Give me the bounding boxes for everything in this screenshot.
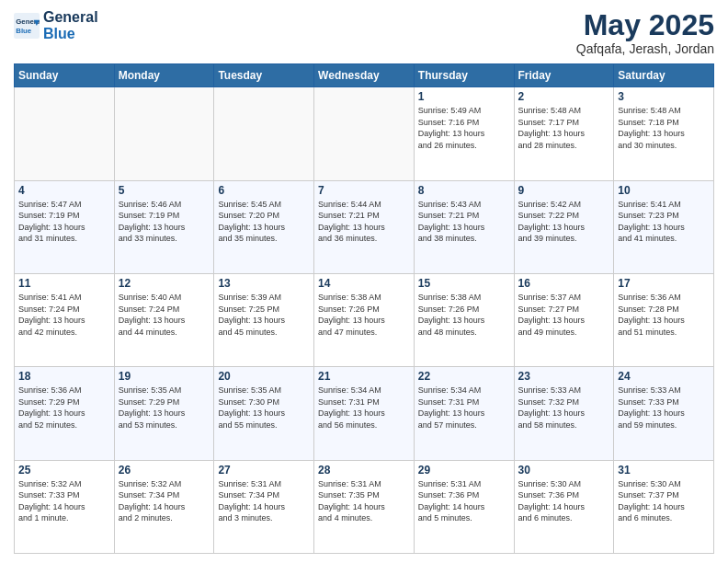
day-number-14: 14 [318,277,410,290]
day-number-29: 29 [418,464,510,477]
day-info-8: Sunrise: 5:43 AM Sunset: 7:21 PM Dayligh… [418,199,510,245]
day-info-25: Sunrise: 5:32 AM Sunset: 7:33 PM Dayligh… [18,478,110,524]
col-monday: Monday [114,64,214,87]
day-info-1: Sunrise: 5:49 AM Sunset: 7:16 PM Dayligh… [418,105,510,151]
day-number-18: 18 [18,370,110,383]
day-number-2: 2 [518,90,610,103]
col-saturday: Saturday [614,64,714,87]
day-number-16: 16 [518,277,610,290]
day-number-23: 23 [518,370,610,383]
logo: General Blue General Blue [14,9,98,41]
calendar-week-2: 4Sunrise: 5:47 AM Sunset: 7:19 PM Daylig… [15,180,714,273]
calendar-cell-w1-d2 [114,87,214,180]
calendar-cell-w5-d5: 29Sunrise: 5:31 AM Sunset: 7:36 PM Dayli… [414,460,514,553]
col-friday: Friday [514,64,614,87]
day-number-3: 3 [618,90,710,103]
calendar-cell-w1-d6: 2Sunrise: 5:48 AM Sunset: 7:17 PM Daylig… [514,87,614,180]
day-number-13: 13 [218,277,310,290]
day-info-15: Sunrise: 5:38 AM Sunset: 7:26 PM Dayligh… [418,292,510,338]
calendar-week-4: 18Sunrise: 5:36 AM Sunset: 7:29 PM Dayli… [15,367,714,460]
calendar-cell-w5-d4: 28Sunrise: 5:31 AM Sunset: 7:35 PM Dayli… [314,460,415,553]
svg-text:Blue: Blue [16,26,32,34]
calendar-cell-w2-d7: 10Sunrise: 5:41 AM Sunset: 7:23 PM Dayli… [614,180,714,273]
day-info-13: Sunrise: 5:39 AM Sunset: 7:25 PM Dayligh… [218,292,310,338]
day-info-19: Sunrise: 5:35 AM Sunset: 7:29 PM Dayligh… [119,385,210,431]
col-wednesday: Wednesday [314,64,415,87]
calendar-cell-w3-d1: 11Sunrise: 5:41 AM Sunset: 7:24 PM Dayli… [15,273,115,366]
day-info-18: Sunrise: 5:36 AM Sunset: 7:29 PM Dayligh… [18,385,110,431]
day-info-24: Sunrise: 5:33 AM Sunset: 7:33 PM Dayligh… [618,385,710,431]
day-number-12: 12 [119,277,210,290]
day-info-7: Sunrise: 5:44 AM Sunset: 7:21 PM Dayligh… [318,199,410,245]
calendar-week-5: 25Sunrise: 5:32 AM Sunset: 7:33 PM Dayli… [15,460,714,553]
calendar-cell-w5-d3: 27Sunrise: 5:31 AM Sunset: 7:34 PM Dayli… [214,460,314,553]
day-info-20: Sunrise: 5:35 AM Sunset: 7:30 PM Dayligh… [218,385,310,431]
calendar-cell-w2-d6: 9Sunrise: 5:42 AM Sunset: 7:22 PM Daylig… [514,180,614,273]
calendar-cell-w1-d3 [214,87,314,180]
day-number-27: 27 [218,464,310,477]
day-info-3: Sunrise: 5:48 AM Sunset: 7:18 PM Dayligh… [618,105,710,151]
day-number-6: 6 [218,184,310,197]
calendar-cell-w3-d2: 12Sunrise: 5:40 AM Sunset: 7:24 PM Dayli… [114,273,214,366]
day-number-15: 15 [418,277,510,290]
day-number-25: 25 [18,464,110,477]
header: General Blue General Blue May 2025 Qafqa… [14,9,714,56]
day-number-8: 8 [418,184,510,197]
day-number-11: 11 [18,277,110,290]
day-info-22: Sunrise: 5:34 AM Sunset: 7:31 PM Dayligh… [418,385,510,431]
calendar-cell-w5-d1: 25Sunrise: 5:32 AM Sunset: 7:33 PM Dayli… [15,460,115,553]
day-info-23: Sunrise: 5:33 AM Sunset: 7:32 PM Dayligh… [518,385,610,431]
col-tuesday: Tuesday [214,64,314,87]
day-info-6: Sunrise: 5:45 AM Sunset: 7:20 PM Dayligh… [218,199,310,245]
calendar-table: Sunday Monday Tuesday Wednesday Thursday… [14,63,714,554]
calendar-cell-w4-d4: 21Sunrise: 5:34 AM Sunset: 7:31 PM Dayli… [314,367,415,460]
day-info-9: Sunrise: 5:42 AM Sunset: 7:22 PM Dayligh… [518,199,610,245]
day-info-21: Sunrise: 5:34 AM Sunset: 7:31 PM Dayligh… [318,385,410,431]
calendar-cell-w1-d1 [15,87,115,180]
calendar-week-3: 11Sunrise: 5:41 AM Sunset: 7:24 PM Dayli… [15,273,714,366]
day-number-30: 30 [518,464,610,477]
day-number-4: 4 [18,184,110,197]
day-info-31: Sunrise: 5:30 AM Sunset: 7:37 PM Dayligh… [618,478,710,524]
calendar-cell-w1-d5: 1Sunrise: 5:49 AM Sunset: 7:16 PM Daylig… [414,87,514,180]
title-block: May 2025 Qafqafa, Jerash, Jordan [576,9,714,56]
calendar-cell-w2-d2: 5Sunrise: 5:46 AM Sunset: 7:19 PM Daylig… [114,180,214,273]
month-title: May 2025 [576,9,714,41]
calendar-cell-w5-d2: 26Sunrise: 5:32 AM Sunset: 7:34 PM Dayli… [114,460,214,553]
day-number-26: 26 [119,464,210,477]
calendar-cell-w2-d4: 7Sunrise: 5:44 AM Sunset: 7:21 PM Daylig… [314,180,415,273]
calendar-cell-w4-d5: 22Sunrise: 5:34 AM Sunset: 7:31 PM Dayli… [414,367,514,460]
day-info-16: Sunrise: 5:37 AM Sunset: 7:27 PM Dayligh… [518,292,610,338]
col-thursday: Thursday [414,64,514,87]
calendar-cell-w2-d5: 8Sunrise: 5:43 AM Sunset: 7:21 PM Daylig… [414,180,514,273]
calendar-cell-w4-d3: 20Sunrise: 5:35 AM Sunset: 7:30 PM Dayli… [214,367,314,460]
day-number-24: 24 [618,370,710,383]
calendar-cell-w1-d4 [314,87,415,180]
calendar-cell-w3-d3: 13Sunrise: 5:39 AM Sunset: 7:25 PM Dayli… [214,273,314,366]
day-info-12: Sunrise: 5:40 AM Sunset: 7:24 PM Dayligh… [119,292,210,338]
calendar-cell-w2-d3: 6Sunrise: 5:45 AM Sunset: 7:20 PM Daylig… [214,180,314,273]
calendar-cell-w3-d5: 15Sunrise: 5:38 AM Sunset: 7:26 PM Dayli… [414,273,514,366]
calendar-week-1: 1Sunrise: 5:49 AM Sunset: 7:16 PM Daylig… [15,87,714,180]
day-number-5: 5 [119,184,210,197]
day-info-14: Sunrise: 5:38 AM Sunset: 7:26 PM Dayligh… [318,292,410,338]
day-number-17: 17 [618,277,710,290]
logo-icon: General Blue [14,13,40,39]
day-number-10: 10 [618,184,710,197]
day-number-28: 28 [318,464,410,477]
day-info-10: Sunrise: 5:41 AM Sunset: 7:23 PM Dayligh… [618,199,710,245]
day-number-9: 9 [518,184,610,197]
day-number-31: 31 [618,464,710,477]
logo-text: General Blue [43,9,98,41]
day-info-2: Sunrise: 5:48 AM Sunset: 7:17 PM Dayligh… [518,105,610,151]
location: Qafqafa, Jerash, Jordan [576,41,714,56]
calendar-cell-w4-d1: 18Sunrise: 5:36 AM Sunset: 7:29 PM Dayli… [15,367,115,460]
day-info-29: Sunrise: 5:31 AM Sunset: 7:36 PM Dayligh… [418,478,510,524]
calendar-cell-w3-d4: 14Sunrise: 5:38 AM Sunset: 7:26 PM Dayli… [314,273,415,366]
day-number-21: 21 [318,370,410,383]
day-number-1: 1 [418,90,510,103]
day-number-19: 19 [119,370,210,383]
day-info-27: Sunrise: 5:31 AM Sunset: 7:34 PM Dayligh… [218,478,310,524]
col-sunday: Sunday [15,64,115,87]
calendar-cell-w2-d1: 4Sunrise: 5:47 AM Sunset: 7:19 PM Daylig… [15,180,115,273]
